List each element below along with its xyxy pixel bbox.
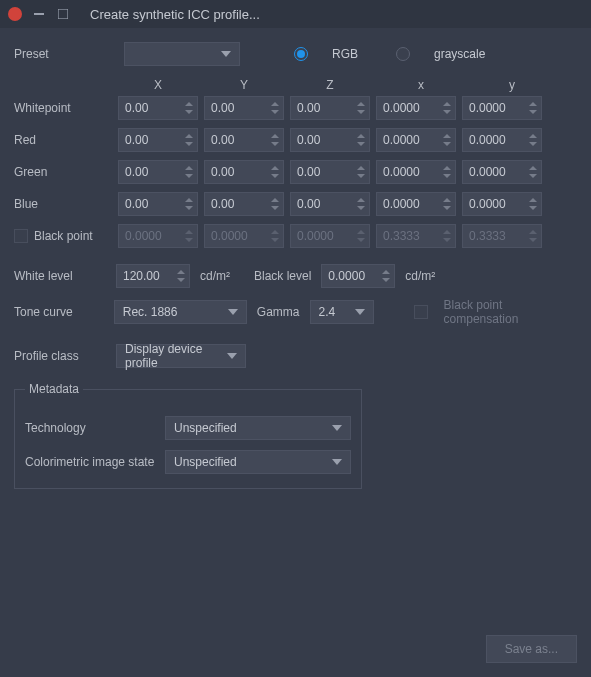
titlebar: Create synthetic ICC profile...	[0, 0, 591, 28]
stepper-icon[interactable]	[527, 161, 539, 183]
red-y[interactable]: 0.0000	[462, 128, 542, 152]
green-row: Green 0.00 0.00 0.00 0.0000 0.0000	[14, 160, 577, 184]
svg-marker-43	[185, 230, 193, 234]
svg-marker-19	[443, 134, 451, 138]
chevron-down-icon	[332, 425, 342, 431]
grayscale-radio-label: grayscale	[434, 47, 485, 61]
svg-marker-58	[355, 309, 365, 315]
stepper-icon	[355, 225, 367, 247]
save-as-button[interactable]: Save as...	[486, 635, 577, 663]
svg-marker-26	[271, 174, 279, 178]
profile-class-label: Profile class	[14, 349, 106, 363]
whitepoint-Z[interactable]: 0.00	[290, 96, 370, 120]
bpc-checkbox	[414, 305, 428, 319]
svg-rect-1	[58, 9, 68, 19]
stepper-icon[interactable]	[527, 129, 539, 151]
profile-class-dropdown[interactable]: Display device profile	[116, 344, 246, 368]
blue-Y[interactable]: 0.00	[204, 192, 284, 216]
whitepoint-X[interactable]: 0.00	[118, 96, 198, 120]
stepper-icon[interactable]	[355, 161, 367, 183]
svg-marker-28	[357, 174, 365, 178]
stepper-icon[interactable]	[527, 97, 539, 119]
bpc-label: Black point compensation	[444, 298, 577, 326]
stepper-icon[interactable]	[441, 129, 453, 151]
stepper-icon[interactable]	[527, 193, 539, 215]
stepper-icon[interactable]	[380, 265, 392, 287]
stepper-icon[interactable]	[269, 129, 281, 151]
blackpoint-Z: 0.0000	[290, 224, 370, 248]
svg-marker-8	[357, 110, 365, 114]
close-icon[interactable]	[8, 7, 22, 21]
svg-marker-40	[443, 206, 451, 210]
svg-marker-22	[529, 142, 537, 146]
green-X[interactable]: 0.00	[118, 160, 198, 184]
stepper-icon[interactable]	[183, 97, 195, 119]
green-x[interactable]: 0.0000	[376, 160, 456, 184]
blackpoint-X: 0.0000	[118, 224, 198, 248]
stepper-icon[interactable]	[355, 97, 367, 119]
stepper-icon	[269, 225, 281, 247]
tone-curve-dropdown[interactable]: Rec. 1886	[114, 300, 247, 324]
stepper-icon[interactable]	[355, 193, 367, 215]
stepper-icon[interactable]	[441, 161, 453, 183]
green-y[interactable]: 0.0000	[462, 160, 542, 184]
whitepoint-y[interactable]: 0.0000	[462, 96, 542, 120]
blackpoint-label: Black point	[34, 229, 93, 243]
svg-marker-17	[357, 134, 365, 138]
whitepoint-x[interactable]: 0.0000	[376, 96, 456, 120]
rgb-radio-label: RGB	[332, 47, 358, 61]
red-X[interactable]: 0.00	[118, 128, 198, 152]
stepper-icon[interactable]	[269, 97, 281, 119]
blue-x[interactable]: 0.0000	[376, 192, 456, 216]
black-level-units: cd/m²	[405, 269, 435, 283]
blue-X[interactable]: 0.00	[118, 192, 198, 216]
blackpoint-checkbox[interactable]	[14, 229, 28, 243]
column-headers: X Y Z x y	[118, 78, 577, 92]
stepper-icon[interactable]	[355, 129, 367, 151]
white-level-units: cd/m²	[200, 269, 230, 283]
whitepoint-Y[interactable]: 0.00	[204, 96, 284, 120]
stepper-icon[interactable]	[269, 161, 281, 183]
stepper-icon[interactable]	[183, 193, 195, 215]
red-label: Red	[14, 133, 112, 147]
blue-Z[interactable]: 0.00	[290, 192, 370, 216]
technology-dropdown[interactable]: Unspecified	[165, 416, 351, 440]
svg-marker-31	[529, 166, 537, 170]
stepper-icon[interactable]	[441, 193, 453, 215]
svg-marker-23	[185, 166, 193, 170]
green-Z[interactable]: 0.00	[290, 160, 370, 184]
blue-y[interactable]: 0.0000	[462, 192, 542, 216]
col-header-Y: Y	[204, 78, 284, 92]
svg-marker-38	[357, 206, 365, 210]
green-Y[interactable]: 0.00	[204, 160, 284, 184]
svg-marker-35	[271, 198, 279, 202]
red-Y[interactable]: 0.00	[204, 128, 284, 152]
col-header-y: y	[472, 78, 552, 92]
red-x[interactable]: 0.0000	[376, 128, 456, 152]
grayscale-radio[interactable]	[396, 47, 410, 61]
rgb-radio[interactable]	[294, 47, 308, 61]
minimize-icon[interactable]	[32, 7, 46, 21]
blackpoint-row: Black point 0.0000 0.0000 0.0000 0.3333 …	[14, 224, 577, 248]
green-label: Green	[14, 165, 112, 179]
svg-marker-6	[271, 110, 279, 114]
stepper-icon[interactable]	[441, 97, 453, 119]
blue-label: Blue	[14, 197, 112, 211]
svg-marker-11	[529, 102, 537, 106]
white-level-input[interactable]: 120.00	[116, 264, 190, 288]
preset-dropdown[interactable]	[124, 42, 240, 66]
red-Z[interactable]: 0.00	[290, 128, 370, 152]
gamma-dropdown[interactable]: 2.4	[310, 300, 375, 324]
svg-marker-53	[177, 270, 185, 274]
black-level-input[interactable]: 0.0000	[321, 264, 395, 288]
stepper-icon[interactable]	[269, 193, 281, 215]
stepper-icon[interactable]	[183, 129, 195, 151]
metadata-legend: Metadata	[25, 382, 83, 396]
stepper-icon[interactable]	[175, 265, 187, 287]
window-title: Create synthetic ICC profile...	[90, 7, 260, 22]
svg-marker-57	[228, 309, 238, 315]
maximize-icon[interactable]	[56, 7, 70, 21]
whitepoint-row: Whitepoint 0.00 0.00 0.00 0.0000 0.0000	[14, 96, 577, 120]
stepper-icon[interactable]	[183, 161, 195, 183]
cis-dropdown[interactable]: Unspecified	[165, 450, 351, 474]
